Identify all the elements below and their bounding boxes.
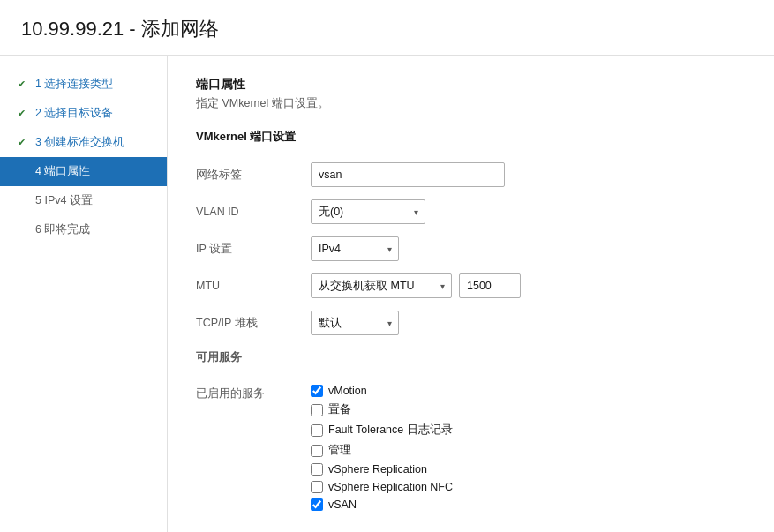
service-item-vsphere-replication-nfc[interactable]: vSphere Replication NFC (311, 481, 453, 493)
sidebar-item-label-5: 5 IPv4 设置 (35, 193, 93, 208)
ip-settings-select[interactable]: IPv4 IPv6 (311, 236, 399, 261)
services-items-row: 已启用的服务 vMotion 置备 Fault Tolerance 日志记 (196, 385, 746, 511)
sidebar-item-step6[interactable]: 6 即将完成 (0, 215, 167, 244)
service-label-management: 管理 (328, 443, 351, 458)
ip-settings-row: IP 设置 IPv4 IPv6 ▾ (196, 236, 746, 261)
vlan-id-label: VLAN ID (196, 206, 311, 218)
mtu-row: MTU 从交换机获取 MTU 自定义 ▾ (196, 273, 746, 298)
service-checkbox-ft-logging[interactable] (311, 424, 323, 437)
network-label-label: 网络标签 (196, 168, 311, 183)
service-item-vmotion[interactable]: vMotion (311, 385, 453, 397)
sidebar-item-label-1: 1 选择连接类型 (35, 77, 113, 92)
service-label-vmotion: vMotion (328, 385, 367, 397)
sidebar-item-step2[interactable]: ✔ 2 选择目标设备 (0, 99, 167, 128)
ip-settings-control: IPv4 IPv6 ▾ (311, 236, 399, 261)
services-section-row: 可用服务 (196, 348, 746, 372)
mtu-label: MTU (196, 280, 311, 292)
sidebar-item-label-2: 2 选择目标设备 (35, 106, 113, 121)
sidebar-item-label-3: 3 创建标准交换机 (35, 135, 124, 150)
service-label-provisioning: 置备 (328, 402, 351, 417)
ip-settings-label: IP 设置 (196, 242, 311, 257)
mtu-control: 从交换机获取 MTU 自定义 ▾ (311, 273, 521, 298)
section-desc: 指定 VMkernel 端口设置。 (196, 96, 746, 111)
sidebar-item-step3[interactable]: ✔ 3 创建标准交换机 (0, 128, 167, 157)
network-label-control (311, 162, 505, 187)
main-content: 端口属性 指定 VMkernel 端口设置。 VMkernel 端口设置 网络标… (168, 56, 774, 532)
tcpip-row: TCP/IP 堆栈 默认 ▾ (196, 311, 746, 335)
services-list: vMotion 置备 Fault Tolerance 日志记录 管理 (311, 385, 453, 511)
sidebar-item-label-4: 4 端口属性 (35, 164, 90, 179)
add-network-dialog: 10.99.99.21 - 添加网络 ✔ 1 选择连接类型 ✔ 2 选择目标设备… (0, 0, 774, 532)
mtu-select-wrapper: 从交换机获取 MTU 自定义 ▾ (311, 273, 452, 298)
service-label-vsphere-replication-nfc: vSphere Replication NFC (328, 481, 453, 493)
network-label-input[interactable] (311, 162, 505, 187)
service-item-management[interactable]: 管理 (311, 443, 453, 458)
service-label-ft-logging: Fault Tolerance 日志记录 (328, 423, 453, 438)
subsection-title: VMkernel 端口设置 (196, 129, 746, 148)
services-section-title: 可用服务 (196, 350, 242, 365)
service-item-ft-logging[interactable]: Fault Tolerance 日志记录 (311, 423, 453, 438)
sidebar-item-step5[interactable]: 5 IPv4 设置 (0, 186, 167, 215)
service-checkbox-vsan[interactable] (311, 498, 323, 511)
sidebar: ✔ 1 选择连接类型 ✔ 2 选择目标设备 ✔ 3 创建标准交换机 4 端口属性… (0, 56, 168, 532)
sidebar-item-step4[interactable]: 4 端口属性 (0, 157, 167, 186)
service-label-vsan: vSAN (328, 498, 357, 511)
tcpip-label: TCP/IP 堆栈 (196, 316, 311, 331)
vlan-id-control: 无(0) ▾ (311, 199, 425, 224)
service-checkbox-vmotion[interactable] (311, 385, 323, 397)
service-checkbox-vsphere-replication-nfc[interactable] (311, 481, 323, 493)
vlan-id-row: VLAN ID 无(0) ▾ (196, 199, 746, 224)
sidebar-item-label-6: 6 即将完成 (35, 222, 90, 237)
dialog-title: 10.99.99.21 - 添加网络 (0, 0, 774, 56)
checkmark-icon-1: ✔ (14, 79, 28, 90)
enabled-services-label: 已启用的服务 (196, 385, 311, 401)
network-label-row: 网络标签 (196, 162, 746, 187)
vlan-id-select[interactable]: 无(0) (311, 199, 425, 224)
checkmark-icon-2: ✔ (14, 108, 28, 119)
mtu-value-input[interactable] (459, 273, 521, 298)
tcpip-control: 默认 ▾ (311, 311, 399, 335)
service-label-vsphere-replication: vSphere Replication (328, 463, 427, 476)
service-item-provisioning[interactable]: 置备 (311, 402, 453, 417)
ip-select-wrapper: IPv4 IPv6 ▾ (311, 236, 399, 261)
sidebar-item-step1[interactable]: ✔ 1 选择连接类型 (0, 70, 167, 99)
service-checkbox-provisioning[interactable] (311, 404, 323, 416)
service-item-vsan[interactable]: vSAN (311, 498, 453, 511)
available-services: 可用服务 已启用的服务 vMotion 置备 (196, 348, 746, 511)
vlan-select-wrapper: 无(0) ▾ (311, 199, 425, 224)
section-title: 端口属性 (196, 77, 746, 93)
dialog-body: ✔ 1 选择连接类型 ✔ 2 选择目标设备 ✔ 3 创建标准交换机 4 端口属性… (0, 56, 774, 532)
service-item-vsphere-replication[interactable]: vSphere Replication (311, 463, 453, 476)
tcpip-select[interactable]: 默认 (311, 311, 399, 335)
mtu-select[interactable]: 从交换机获取 MTU 自定义 (311, 273, 452, 298)
service-checkbox-management[interactable] (311, 445, 323, 457)
checkmark-icon-3: ✔ (14, 137, 28, 148)
tcpip-select-wrapper: 默认 ▾ (311, 311, 399, 335)
service-checkbox-vsphere-replication[interactable] (311, 463, 323, 476)
